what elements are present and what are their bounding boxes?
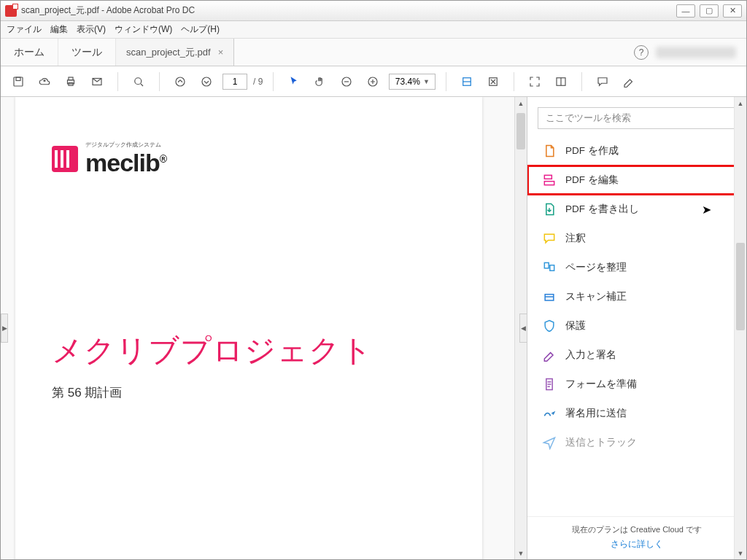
- tool-send-track[interactable]: 送信とトラック: [527, 428, 746, 457]
- help-icon[interactable]: ?: [634, 45, 649, 60]
- tool-label: PDF を書き出し: [565, 203, 639, 216]
- scroll-down-icon[interactable]: ▼: [515, 547, 527, 559]
- maximize-button[interactable]: ▢: [700, 4, 719, 18]
- minimize-button[interactable]: —: [676, 4, 695, 18]
- svg-rect-15: [544, 182, 554, 185]
- shield-icon: [542, 319, 557, 333]
- tool-label: ページを整理: [565, 261, 627, 274]
- organize-icon: [542, 260, 557, 275]
- select-tool-icon[interactable]: [284, 71, 304, 92]
- plan-text: 現在のプランは Creative Cloud です: [536, 524, 738, 535]
- expand-icon[interactable]: [525, 71, 545, 92]
- tool-enhance-scan[interactable]: スキャン補正: [527, 282, 746, 311]
- menu-view[interactable]: 表示(V): [77, 23, 106, 36]
- svg-point-8: [202, 77, 211, 86]
- page-up-icon[interactable]: [170, 71, 190, 92]
- hand-tool-icon[interactable]: [310, 71, 330, 92]
- email-icon[interactable]: [87, 71, 107, 92]
- scroll-up-icon[interactable]: ▲: [735, 97, 746, 109]
- menu-file[interactable]: ファイル: [7, 23, 42, 36]
- tool-edit-pdf[interactable]: PDF を編集: [527, 166, 746, 195]
- learn-more-link[interactable]: さらに詳しく: [536, 538, 738, 551]
- comment-tool-icon: [542, 231, 557, 246]
- app-icon: [5, 5, 17, 17]
- page-down-icon[interactable]: [196, 71, 217, 92]
- fit-page-icon[interactable]: [483, 71, 503, 92]
- form-icon: [542, 377, 557, 392]
- zoom-out-icon[interactable]: [336, 71, 357, 92]
- print-icon[interactable]: [61, 71, 81, 92]
- tab-document-label: scan_project_元.pdf: [126, 46, 211, 59]
- tool-send-for-signature[interactable]: 署名用に送信: [527, 399, 746, 428]
- tool-export-pdf[interactable]: PDF を書き出し: [527, 195, 746, 224]
- pdf-page: デジタルブック作成システム meclib® メクリブプロジェクト 第 56 期計…: [15, 97, 482, 559]
- edit-pdf-icon: [542, 173, 557, 187]
- tool-label: 保護: [565, 319, 586, 332]
- tool-fill-sign[interactable]: 入力と署名: [527, 341, 746, 370]
- svg-rect-17: [550, 265, 554, 271]
- tool-protect[interactable]: 保護: [527, 311, 746, 341]
- tab-document[interactable]: scan_project_元.pdf ×: [116, 39, 234, 66]
- tab-home[interactable]: ホーム: [1, 39, 58, 66]
- reading-mode-icon[interactable]: [551, 71, 571, 92]
- right-panel-toggle[interactable]: ◀: [519, 314, 527, 343]
- logo: デジタルブック作成システム meclib®: [52, 141, 446, 177]
- close-button[interactable]: ✕: [723, 4, 742, 18]
- tabbar: ホーム ツール scan_project_元.pdf × ?: [1, 39, 746, 66]
- tool-label: フォームを準備: [565, 378, 637, 391]
- tab-tools[interactable]: ツール: [58, 39, 116, 66]
- svg-point-6: [135, 77, 142, 84]
- left-panel-toggle[interactable]: ▶: [1, 314, 8, 343]
- logo-subtext: デジタルブック作成システム: [85, 141, 166, 149]
- highlight-icon[interactable]: [619, 71, 639, 92]
- page-number-input[interactable]: [222, 74, 247, 90]
- comment-icon[interactable]: [592, 71, 613, 92]
- svg-point-7: [176, 77, 185, 86]
- tool-organize-pages[interactable]: ページを整理: [527, 253, 746, 282]
- doc-subline: 第 56 期計画: [52, 384, 446, 401]
- signin-area[interactable]: [656, 47, 736, 58]
- titlebar: scan_project_元.pdf - Adobe Acrobat Pro D…: [1, 1, 746, 21]
- tool-comment[interactable]: 注釈: [527, 224, 746, 253]
- tool-label: 入力と署名: [565, 349, 616, 362]
- page-count: / 9: [253, 77, 263, 87]
- export-pdf-icon: [542, 202, 557, 217]
- chevron-down-icon: ▼: [423, 78, 430, 85]
- tools-panel: ここでツールを検索 PDF を作成 PDF を編集 PDF を書き出し 注釈: [527, 97, 746, 559]
- scan-icon: [542, 289, 557, 304]
- menu-window[interactable]: ウィンドウ(W): [115, 23, 172, 36]
- save-icon[interactable]: [8, 71, 28, 92]
- panel-scrollbar[interactable]: ▲ ▼: [734, 97, 746, 559]
- tab-close-icon[interactable]: ×: [218, 47, 224, 58]
- tools-search-input[interactable]: ここでツールを検索: [538, 107, 736, 129]
- tool-create-pdf[interactable]: PDF を作成: [527, 136, 746, 166]
- document-pane[interactable]: ▶ デジタルブック作成システム meclib® メクリブプロジェクト 第 56 …: [1, 97, 527, 559]
- fit-width-icon[interactable]: [457, 71, 477, 92]
- svg-rect-16: [544, 262, 549, 268]
- logo-text: meclib: [85, 149, 160, 176]
- cloud-icon[interactable]: [34, 71, 55, 92]
- scroll-thumb[interactable]: [516, 113, 525, 149]
- tool-prepare-form[interactable]: フォームを準備: [527, 370, 746, 399]
- tool-label: 署名用に送信: [565, 407, 627, 420]
- create-pdf-icon: [542, 144, 557, 158]
- zoom-select[interactable]: 73.4%▼: [389, 74, 436, 90]
- search-icon[interactable]: [128, 71, 149, 92]
- menu-edit[interactable]: 編集: [50, 23, 68, 36]
- fill-sign-icon: [542, 348, 557, 362]
- svg-rect-0: [14, 77, 23, 86]
- send-sign-icon: [542, 406, 557, 421]
- menu-help[interactable]: ヘルプ(H): [181, 23, 220, 36]
- scroll-up-icon[interactable]: ▲: [515, 97, 527, 109]
- scroll-thumb[interactable]: [736, 243, 745, 330]
- svg-rect-1: [16, 77, 20, 81]
- tool-label: スキャン補正: [565, 290, 627, 303]
- svg-rect-3: [69, 77, 73, 80]
- zoom-in-icon[interactable]: [363, 71, 383, 92]
- tool-label: PDF を編集: [565, 174, 619, 187]
- scroll-down-icon[interactable]: ▼: [735, 547, 746, 559]
- menubar: ファイル 編集 表示(V) ウィンドウ(W) ヘルプ(H): [1, 21, 746, 39]
- tool-label: 注釈: [565, 232, 586, 245]
- zoom-value: 73.4%: [395, 77, 420, 87]
- panel-footer: 現在のプランは Creative Cloud です さらに詳しく: [527, 516, 746, 559]
